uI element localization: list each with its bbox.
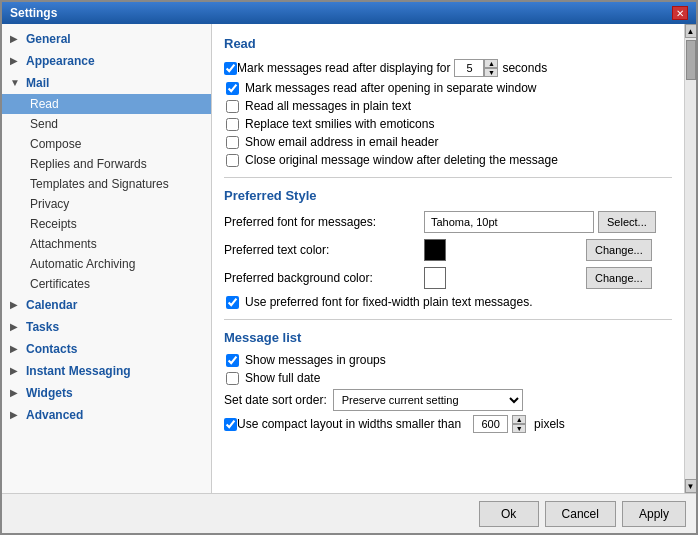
- sidebar-item-templates-signatures[interactable]: Templates and Signatures: [2, 174, 211, 194]
- sidebar-child-label-send: Send: [30, 117, 58, 131]
- sidebar-label-mail: Mail: [26, 76, 49, 90]
- right-panel: Read Mark messages read after displaying…: [212, 24, 696, 493]
- font-row: Preferred font for messages: Tahoma, 10p…: [224, 211, 672, 233]
- mark-read-after-label-post: seconds: [502, 61, 547, 75]
- show-email-header-row: Show email address in email header: [224, 135, 672, 149]
- content-area: ▶ General ▶ Appearance ▼ Mail Read Send …: [2, 24, 696, 493]
- show-full-date-label: Show full date: [245, 371, 320, 385]
- message-list-title: Message list: [224, 330, 672, 345]
- close-button[interactable]: ✕: [672, 6, 688, 20]
- sidebar-label-contacts: Contacts: [26, 342, 77, 356]
- mark-read-after-row: Mark messages read after displaying for …: [224, 59, 672, 77]
- mark-read-separate-label: Mark messages read after opening in sepa…: [245, 81, 537, 95]
- scroll-thumb[interactable]: [686, 40, 696, 80]
- read-section-title: Read: [224, 36, 672, 51]
- scrollbar[interactable]: ▲ ▼: [684, 24, 696, 493]
- cancel-button[interactable]: Cancel: [545, 501, 616, 527]
- sidebar-item-read[interactable]: Read: [2, 94, 211, 114]
- compact-spinner-buttons: ▲ ▼: [512, 415, 526, 433]
- compact-layout-label-post: pixels: [534, 417, 565, 431]
- spinner-down-button[interactable]: ▼: [484, 68, 498, 77]
- spinner-up-button[interactable]: ▲: [484, 59, 498, 68]
- sidebar-item-receipts[interactable]: Receipts: [2, 214, 211, 234]
- chevron-right-icon: ▶: [10, 343, 22, 355]
- mark-read-separate-row: Mark messages read after opening in sepa…: [224, 81, 672, 95]
- seconds-spinner: ▲ ▼: [454, 59, 498, 77]
- sidebar-item-widgets[interactable]: ▶ Widgets: [2, 382, 211, 404]
- sidebar-item-send[interactable]: Send: [2, 114, 211, 134]
- preferred-style-section: Preferred Style Preferred font for messa…: [224, 188, 672, 309]
- chevron-right-icon: ▶: [10, 33, 22, 45]
- mark-read-after-checkbox[interactable]: [224, 62, 237, 75]
- sidebar-label-tasks: Tasks: [26, 320, 59, 334]
- text-color-change-button[interactable]: Change...: [586, 239, 652, 261]
- scroll-down-button[interactable]: ▼: [685, 479, 697, 493]
- chevron-right-icon: ▶: [10, 55, 22, 67]
- text-color-box[interactable]: [424, 239, 446, 261]
- fixed-width-checkbox[interactable]: [226, 296, 239, 309]
- mark-read-separate-checkbox[interactable]: [226, 82, 239, 95]
- read-plain-text-row: Read all messages in plain text: [224, 99, 672, 113]
- replace-smilies-row: Replace text smilies with emoticons: [224, 117, 672, 131]
- sidebar-item-attachments[interactable]: Attachments: [2, 234, 211, 254]
- show-email-header-checkbox[interactable]: [226, 136, 239, 149]
- message-list-section: Message list Show messages in groups Sho…: [224, 330, 672, 433]
- sidebar-item-mail[interactable]: ▼ Mail: [2, 72, 211, 94]
- main-content: Read Mark messages read after displaying…: [212, 24, 684, 493]
- read-plain-text-checkbox[interactable]: [226, 100, 239, 113]
- compact-width-input[interactable]: [473, 415, 508, 433]
- date-sort-label: Set date sort order:: [224, 393, 327, 407]
- sidebar-item-calendar[interactable]: ▶ Calendar: [2, 294, 211, 316]
- apply-button[interactable]: Apply: [622, 501, 686, 527]
- chevron-right-icon: ▶: [10, 321, 22, 333]
- sidebar-item-contacts[interactable]: ▶ Contacts: [2, 338, 211, 360]
- mark-read-after-label-pre: Mark messages read after displaying for: [237, 61, 450, 75]
- sidebar-item-privacy[interactable]: Privacy: [2, 194, 211, 214]
- bg-color-label: Preferred background color:: [224, 271, 424, 285]
- section-divider-2: [224, 319, 672, 320]
- sidebar-item-certificates[interactable]: Certificates: [2, 274, 211, 294]
- sidebar-label-general: General: [26, 32, 71, 46]
- scroll-up-button[interactable]: ▲: [685, 24, 697, 38]
- sidebar: ▶ General ▶ Appearance ▼ Mail Read Send …: [2, 24, 212, 493]
- replace-smilies-checkbox[interactable]: [226, 118, 239, 131]
- bg-color-row: Preferred background color: Change...: [224, 267, 672, 289]
- sidebar-item-instant-messaging[interactable]: ▶ Instant Messaging: [2, 360, 211, 382]
- close-original-checkbox[interactable]: [226, 154, 239, 167]
- date-sort-select[interactable]: Preserve current setting Newest first Ol…: [333, 389, 523, 411]
- preferred-style-title: Preferred Style: [224, 188, 672, 203]
- settings-window: Settings ✕ ▶ General ▶ Appearance ▼ Mail…: [0, 0, 698, 535]
- text-color-row: Preferred text color: Change...: [224, 239, 672, 261]
- chevron-right-icon: ▶: [10, 365, 22, 377]
- font-select-button[interactable]: Select...: [598, 211, 656, 233]
- ok-button[interactable]: Ok: [479, 501, 539, 527]
- bottom-bar: Ok Cancel Apply: [2, 493, 696, 533]
- read-section: Read Mark messages read after displaying…: [224, 36, 672, 167]
- compact-layout-checkbox[interactable]: [224, 418, 237, 431]
- font-display: Tahoma, 10pt: [424, 211, 594, 233]
- show-full-date-checkbox[interactable]: [226, 372, 239, 385]
- sidebar-item-advanced[interactable]: ▶ Advanced: [2, 404, 211, 426]
- font-label: Preferred font for messages:: [224, 215, 424, 229]
- sidebar-child-label-receipts: Receipts: [30, 217, 77, 231]
- sidebar-item-appearance[interactable]: ▶ Appearance: [2, 50, 211, 72]
- sidebar-label-calendar: Calendar: [26, 298, 77, 312]
- sidebar-item-compose[interactable]: Compose: [2, 134, 211, 154]
- seconds-input[interactable]: [454, 59, 484, 77]
- replace-smilies-label: Replace text smilies with emoticons: [245, 117, 434, 131]
- bg-color-change-button[interactable]: Change...: [586, 267, 652, 289]
- sidebar-item-tasks[interactable]: ▶ Tasks: [2, 316, 211, 338]
- sidebar-label-appearance: Appearance: [26, 54, 95, 68]
- sidebar-child-label-attachments: Attachments: [30, 237, 97, 251]
- bg-color-box[interactable]: [424, 267, 446, 289]
- chevron-right-icon: ▶: [10, 409, 22, 421]
- fixed-width-row: Use preferred font for fixed-width plain…: [224, 295, 672, 309]
- compact-spinner-up-button[interactable]: ▲: [512, 415, 526, 424]
- show-groups-checkbox[interactable]: [226, 354, 239, 367]
- sidebar-item-replies-forwards[interactable]: Replies and Forwards: [2, 154, 211, 174]
- show-full-date-row: Show full date: [224, 371, 672, 385]
- sidebar-item-automatic-archiving[interactable]: Automatic Archiving: [2, 254, 211, 274]
- sidebar-item-general[interactable]: ▶ General: [2, 28, 211, 50]
- compact-layout-row: Use compact layout in widths smaller tha…: [224, 415, 672, 433]
- compact-spinner-down-button[interactable]: ▼: [512, 424, 526, 433]
